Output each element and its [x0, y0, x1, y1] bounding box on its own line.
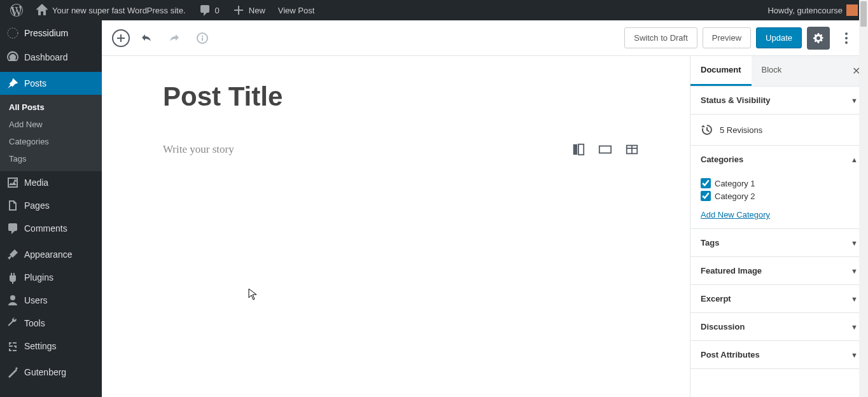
submenu-all-posts[interactable]: All Posts [0, 99, 102, 116]
tab-block[interactable]: Block [752, 56, 792, 86]
block-placeholder[interactable]: Write your story [153, 143, 571, 156]
editor-toolbar: Switch to Draft Preview Update [102, 20, 868, 56]
sidebar-item-plugins[interactable]: Plugins [0, 266, 102, 289]
chevron-down-icon: ▼ [851, 295, 858, 303]
section-categories: Categories▲ Category 1 Category 2 Add Ne… [690, 146, 868, 229]
howdy-text: Howdy, gutencourse [767, 6, 843, 15]
preview-button[interactable]: Preview [703, 27, 751, 48]
add-block-button[interactable] [112, 29, 130, 47]
comments-icon [6, 222, 19, 235]
editor-canvas[interactable]: Post Title Write your story [102, 56, 690, 397]
users-icon [6, 294, 19, 307]
sidebar-item-pages[interactable]: Pages [0, 194, 102, 217]
chevron-up-icon: ▲ [851, 156, 858, 164]
site-name: Your new super fast WordPress site. [52, 6, 186, 15]
sidebar-item-tools[interactable]: Tools [0, 312, 102, 335]
svg-point-0 [8, 28, 18, 38]
gutenberg-icon [6, 366, 19, 379]
submenu-add-new[interactable]: Add New [0, 116, 102, 133]
sidebar-item-users[interactable]: Users [0, 289, 102, 312]
add-category-link[interactable]: Add New Category [701, 210, 770, 219]
panel-tabs: Document Block ✕ [690, 56, 868, 87]
switch-to-draft-button[interactable]: Switch to Draft [624, 27, 697, 48]
redo-button[interactable] [163, 27, 186, 50]
section-excerpt[interactable]: Excerpt▼ [690, 285, 868, 313]
sidebar-item-comments[interactable]: Comments [0, 217, 102, 240]
tab-document[interactable]: Document [690, 56, 752, 86]
section-post-attributes[interactable]: Post Attributes▼ [690, 341, 868, 369]
pin-icon [6, 77, 19, 90]
howdy-link[interactable]: Howdy, gutencourse [762, 0, 863, 20]
new-link[interactable]: New [227, 0, 270, 20]
revisions-link[interactable]: 5 Revisions [690, 115, 868, 146]
sidebar-item-appearance[interactable]: Appearance [0, 243, 102, 266]
category-checkbox-2[interactable]: Category 2 [701, 191, 858, 201]
admin-bar: Your new super fast WordPress site. 0 Ne… [0, 0, 868, 20]
plugin-icon [6, 271, 19, 284]
settings-panel: Document Block ✕ Status & Visibility▼ 5 … [690, 56, 868, 397]
site-link[interactable]: Your new super fast WordPress site. [31, 0, 191, 20]
history-icon [701, 123, 713, 136]
inserter-table-icon[interactable] [625, 143, 639, 157]
brush-icon [6, 248, 19, 261]
avatar [846, 4, 858, 16]
comment-icon [199, 4, 211, 17]
info-button[interactable] [191, 27, 214, 50]
post-title[interactable]: Post Title [163, 81, 690, 112]
editor: Switch to Draft Preview Update Post Titl… [102, 20, 868, 397]
sidebar-item-posts[interactable]: Posts [0, 72, 102, 95]
chevron-down-icon: ▼ [851, 239, 858, 247]
media-icon [6, 176, 19, 189]
chevron-down-icon: ▼ [851, 351, 858, 359]
category-checkbox-1[interactable]: Category 1 [701, 178, 858, 188]
inserter-image-icon[interactable] [598, 143, 612, 157]
update-button[interactable]: Update [756, 27, 802, 48]
settings-icon [6, 340, 19, 352]
submenu-tags[interactable]: Tags [0, 150, 102, 167]
sidebar-item-settings[interactable]: Settings [0, 335, 102, 358]
inserter-layout-icon[interactable] [571, 143, 585, 157]
submenu-categories[interactable]: Categories [0, 133, 102, 150]
view-post-link[interactable]: View Post [273, 0, 320, 20]
section-tags[interactable]: Tags▼ [690, 229, 868, 257]
dashboard-icon [6, 51, 19, 64]
cursor-icon [248, 288, 258, 301]
comments-link[interactable]: 0 [193, 0, 225, 20]
scrollbar-thumb[interactable] [860, 1, 867, 27]
section-discussion[interactable]: Discussion▼ [690, 313, 868, 341]
new-label: New [249, 6, 265, 15]
host-brand[interactable]: Pressidium [0, 20, 102, 46]
comments-count: 0 [215, 6, 220, 15]
pages-icon [6, 199, 19, 212]
gear-icon [812, 32, 825, 45]
sidebar-item-dashboard[interactable]: Dashboard [0, 46, 102, 69]
chevron-down-icon: ▼ [851, 267, 858, 275]
undo-button[interactable] [135, 27, 158, 50]
plus-icon [232, 4, 245, 17]
chevron-down-icon: ▼ [851, 97, 858, 104]
wp-logo[interactable] [5, 0, 28, 20]
section-featured-image[interactable]: Featured Image▼ [690, 257, 868, 285]
host-icon [6, 27, 19, 39]
more-menu-button[interactable] [835, 27, 858, 50]
sidebar-item-media[interactable]: Media [0, 171, 102, 194]
posts-submenu: All Posts Add New Categories Tags [0, 95, 102, 171]
svg-rect-3 [578, 144, 584, 155]
settings-toggle-button[interactable] [807, 27, 830, 50]
svg-rect-4 [599, 146, 611, 153]
sidebar-item-gutenberg[interactable]: Gutenberg [0, 361, 102, 384]
kebab-icon [845, 32, 848, 44]
chevron-down-icon: ▼ [851, 323, 858, 331]
section-status[interactable]: Status & Visibility▼ [690, 87, 868, 115]
home-icon [36, 4, 48, 17]
svg-rect-2 [573, 144, 577, 155]
scrollbar[interactable] [859, 0, 868, 397]
admin-sidebar: Pressidium Dashboard Posts All Posts Add… [0, 20, 102, 397]
tools-icon [6, 317, 19, 330]
